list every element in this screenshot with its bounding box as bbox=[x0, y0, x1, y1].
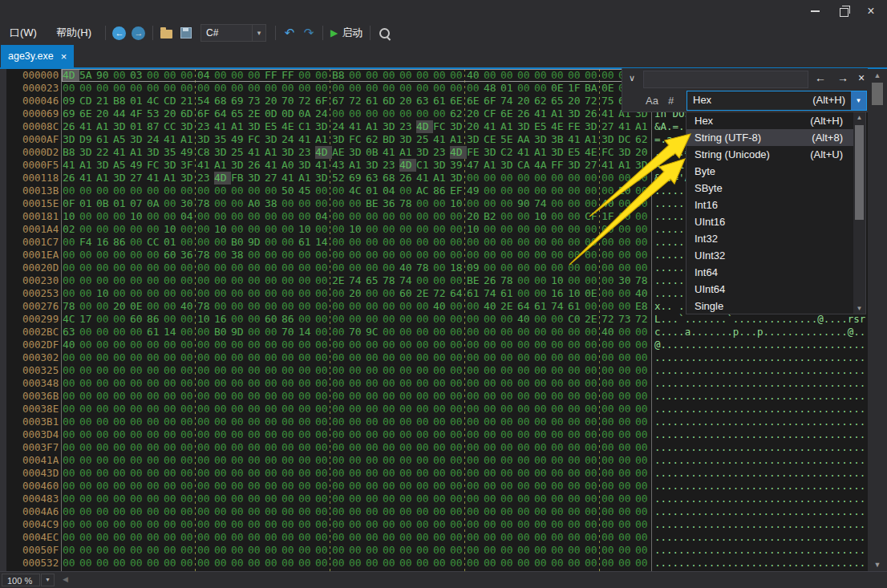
search-close-button[interactable] bbox=[858, 71, 865, 84]
hex-byte[interactable]: 00 bbox=[568, 531, 585, 544]
hex-byte[interactable]: 00 bbox=[534, 236, 551, 249]
hex-byte[interactable]: C8 bbox=[197, 146, 214, 159]
hex-byte[interactable]: 00 bbox=[484, 557, 500, 570]
hex-byte[interactable]: 00 bbox=[265, 416, 281, 428]
hex-byte[interactable]: 00 bbox=[383, 300, 399, 313]
hex-byte[interactable]: 00 bbox=[433, 364, 450, 377]
hex-byte[interactable]: 00 bbox=[164, 454, 180, 467]
hex-row-00041A[interactable]: 00041A0000000000000000000000000000000000… bbox=[0, 454, 868, 467]
hex-byte[interactable]: 00 bbox=[601, 364, 618, 377]
hex-byte[interactable]: 00 bbox=[467, 416, 484, 428]
hex-byte[interactable]: 00 bbox=[568, 274, 585, 287]
hex-byte[interactable]: CF bbox=[585, 210, 601, 223]
hex-byte[interactable]: 00 bbox=[180, 351, 197, 364]
hex-byte[interactable]: 3D bbox=[618, 146, 635, 159]
hex-byte[interactable]: 00 bbox=[130, 287, 147, 300]
hex-byte[interactable]: 00 bbox=[147, 505, 164, 518]
hex-byte[interactable]: 00 bbox=[635, 185, 652, 197]
scrollbar-thumb[interactable] bbox=[872, 83, 883, 105]
hex-byte[interactable]: 00 bbox=[79, 300, 96, 313]
hex-byte[interactable]: 63 bbox=[63, 326, 79, 339]
hex-byte[interactable]: 00 bbox=[585, 339, 601, 351]
hex-byte[interactable]: 09 bbox=[63, 95, 79, 107]
hex-byte[interactable]: 00 bbox=[96, 441, 113, 454]
hex-byte[interactable]: 61 bbox=[298, 236, 315, 249]
hex-byte[interactable]: 3D bbox=[248, 172, 265, 185]
hex-byte[interactable]: 00 bbox=[113, 377, 130, 390]
hex-byte[interactable]: 00 bbox=[433, 197, 450, 210]
ascii-text[interactable]: ................................... bbox=[654, 531, 865, 544]
hex-byte[interactable]: 00 bbox=[248, 313, 265, 326]
hex-row-000325[interactable]: 0003250000000000000000000000000000000000… bbox=[0, 364, 868, 377]
hex-byte[interactable]: 00 bbox=[534, 172, 551, 185]
hex-byte[interactable]: 00 bbox=[399, 300, 416, 313]
hex-byte[interactable]: 00 bbox=[349, 531, 366, 544]
hex-byte[interactable]: 00 bbox=[96, 300, 113, 313]
hex-byte[interactable]: 00 bbox=[231, 441, 248, 454]
hex-byte[interactable]: 24 bbox=[147, 133, 164, 146]
hex-byte[interactable]: 00 bbox=[568, 262, 585, 274]
hex-byte[interactable]: 00 bbox=[433, 428, 450, 441]
hex-byte[interactable]: 00 bbox=[214, 454, 231, 467]
hex-byte[interactable]: 00 bbox=[551, 467, 568, 480]
hex-byte[interactable]: 00 bbox=[517, 82, 534, 95]
hex-byte[interactable]: 00 bbox=[315, 518, 332, 531]
hex-byte[interactable]: 3F bbox=[180, 159, 197, 172]
hex-byte[interactable]: 24 bbox=[332, 120, 349, 133]
hex-byte[interactable]: 00 bbox=[467, 249, 484, 262]
restore-button[interactable] bbox=[831, 2, 857, 20]
hex-byte[interactable]: 00 bbox=[484, 544, 500, 557]
hex-byte[interactable]: 00 bbox=[298, 300, 315, 313]
hex-byte[interactable]: FF bbox=[281, 69, 298, 82]
hex-byte[interactable]: 00 bbox=[113, 185, 130, 197]
hex-byte[interactable]: 10 bbox=[197, 313, 214, 326]
hex-row-0002DF[interactable]: 0002DF4000000000000000000000000000000000… bbox=[0, 339, 868, 351]
hex-byte[interactable]: 00 bbox=[450, 531, 467, 544]
ascii-text[interactable]: c....a.......p...p..............@.. bbox=[654, 326, 865, 339]
hex-byte[interactable]: 00 bbox=[568, 441, 585, 454]
horizontal-scroll-left-icon[interactable] bbox=[63, 575, 68, 583]
hex-byte[interactable]: 30 bbox=[618, 274, 635, 287]
scroll-up-icon[interactable] bbox=[868, 71, 887, 79]
hex-byte[interactable]: EF bbox=[450, 185, 467, 197]
hex-byte[interactable]: 00 bbox=[265, 249, 281, 262]
hex-byte[interactable]: 00 bbox=[416, 351, 433, 364]
hex-byte[interactable]: 00 bbox=[315, 287, 332, 300]
hex-byte[interactable]: 20 bbox=[517, 95, 534, 107]
hex-byte[interactable]: 00 bbox=[517, 249, 534, 262]
hex-byte[interactable]: 00 bbox=[551, 197, 568, 210]
hex-byte[interactable]: 00 bbox=[618, 351, 635, 364]
hex-byte[interactable]: 00 bbox=[96, 505, 113, 518]
hex-byte[interactable]: 00 bbox=[265, 287, 281, 300]
hex-byte[interactable]: 3D bbox=[349, 146, 366, 159]
hex-byte[interactable]: 00 bbox=[130, 339, 147, 351]
hex-byte[interactable]: 00 bbox=[113, 441, 130, 454]
hex-byte[interactable]: 00 bbox=[164, 364, 180, 377]
hex-byte[interactable]: 61 bbox=[147, 326, 164, 339]
hex-byte[interactable]: 16 bbox=[551, 287, 568, 300]
hex-byte[interactable]: 00 bbox=[332, 223, 349, 236]
hex-byte[interactable]: 40 bbox=[601, 326, 618, 339]
hex-byte[interactable]: 00 bbox=[248, 505, 265, 518]
dropdown-item-uint32[interactable]: UInt32 bbox=[687, 247, 865, 264]
hex-byte[interactable]: 00 bbox=[433, 82, 450, 95]
hex-byte[interactable]: 00 bbox=[618, 262, 635, 274]
hex-byte[interactable]: 00 bbox=[164, 262, 180, 274]
hex-byte[interactable]: 04 bbox=[383, 185, 399, 197]
hex-byte[interactable]: 68 bbox=[383, 172, 399, 185]
hex-byte[interactable]: 00 bbox=[366, 428, 383, 441]
hex-byte[interactable]: 00 bbox=[298, 518, 315, 531]
hex-byte[interactable]: F4 bbox=[79, 236, 96, 249]
hex-byte[interactable]: FC bbox=[147, 159, 164, 172]
hex-byte[interactable]: 00 bbox=[517, 274, 534, 287]
hex-byte[interactable]: 00 bbox=[315, 531, 332, 544]
hex-byte[interactable]: 00 bbox=[416, 339, 433, 351]
hex-byte[interactable]: 00 bbox=[164, 505, 180, 518]
hex-byte[interactable]: 00 bbox=[164, 339, 180, 351]
hex-byte[interactable]: 30 bbox=[180, 197, 197, 210]
hex-byte[interactable]: 00 bbox=[500, 364, 517, 377]
hex-byte[interactable]: 6E bbox=[450, 95, 467, 107]
hex-byte[interactable]: 00 bbox=[113, 454, 130, 467]
hex-byte[interactable]: 78 bbox=[197, 300, 214, 313]
hex-byte[interactable]: 60 bbox=[399, 287, 416, 300]
